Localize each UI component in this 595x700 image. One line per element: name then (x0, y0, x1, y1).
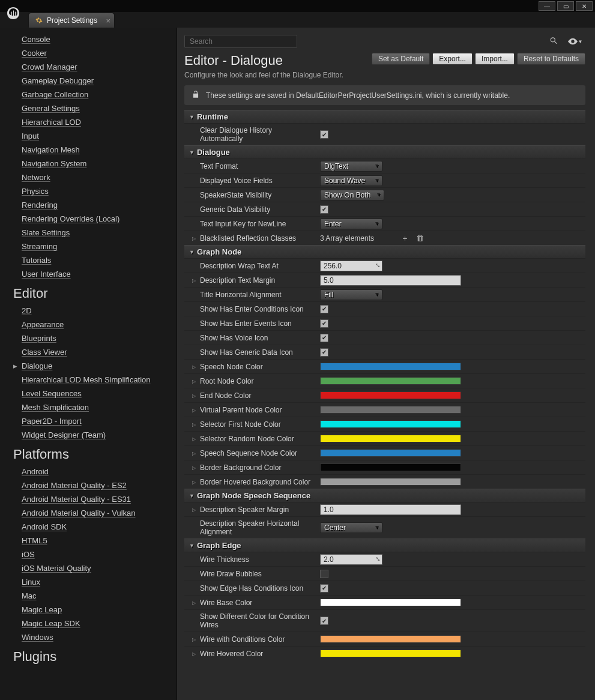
sidebar-item[interactable]: Gameplay Debugger (0, 74, 177, 88)
property-label[interactable]: End Node Color (184, 389, 316, 402)
property-label[interactable]: Blacklisted Reflection Classes (184, 232, 316, 245)
sidebar-item[interactable]: Windows (0, 630, 177, 644)
text-input[interactable] (320, 504, 461, 515)
numeric-input[interactable] (320, 554, 382, 565)
sidebar-item[interactable]: Android (0, 465, 177, 478)
dropdown[interactable]: Sound Wave (320, 175, 382, 186)
sidebar-item[interactable]: Android Material Quality - ES2 (0, 478, 177, 492)
sidebar-item[interactable]: Crowd Manager (0, 60, 177, 74)
visibility-options-button[interactable]: ▼ (565, 35, 585, 47)
sidebar-item[interactable]: Rendering Overrides (Local) (0, 212, 177, 226)
property-label[interactable]: Selector First Node Color (184, 418, 316, 431)
section-header[interactable]: ▼Dialogue (184, 145, 585, 158)
checkbox[interactable] (320, 617, 328, 625)
color-swatch[interactable] (320, 406, 461, 414)
text-input[interactable] (320, 275, 461, 286)
sidebar-item[interactable]: Hierarchical LOD (0, 115, 177, 129)
sidebar-item[interactable]: Mesh Simplification (0, 400, 177, 414)
search-input[interactable] (184, 35, 297, 48)
sidebar-item[interactable]: Level Sequences (0, 387, 177, 400)
color-swatch[interactable] (320, 377, 461, 385)
sidebar-item[interactable]: Android Material Quality - Vulkan (0, 506, 177, 520)
property-label[interactable]: Border Hovered Background Color (184, 475, 316, 489)
sidebar-item[interactable]: HTML5 (0, 534, 177, 548)
section-header[interactable]: ▼Graph Node (184, 245, 585, 258)
sidebar-item[interactable]: Console (0, 32, 177, 46)
sidebar-item[interactable]: Streaming (0, 240, 177, 253)
numeric-input[interactable] (320, 261, 382, 271)
property-label[interactable]: Root Node Color (184, 375, 316, 388)
dropdown[interactable]: DlgText (320, 161, 382, 172)
sidebar-item[interactable]: Garbage Collection (0, 88, 177, 101)
dropdown[interactable]: Enter (320, 219, 382, 229)
sidebar-item[interactable]: Android SDK (0, 520, 177, 534)
checkbox[interactable] (320, 334, 328, 342)
color-swatch[interactable] (320, 391, 461, 399)
sidebar-item[interactable]: Appearance (0, 318, 177, 331)
delete-element-icon[interactable]: 🗑 (414, 234, 426, 243)
sidebar-item[interactable]: Paper2D - Import (0, 414, 177, 428)
sidebar-item[interactable]: Magic Leap (0, 603, 177, 617)
color-swatch[interactable] (320, 449, 461, 457)
color-swatch[interactable] (320, 435, 461, 442)
property-label[interactable]: Wire with Conditions Color (184, 633, 316, 646)
sidebar-item[interactable]: Network (0, 170, 177, 184)
property-label[interactable]: Border Background Color (184, 461, 316, 474)
sidebar-item[interactable]: Android Material Quality - ES31 (0, 492, 177, 506)
dropdown[interactable]: Fill (320, 289, 382, 300)
sidebar-item[interactable]: Navigation Mesh (0, 143, 177, 157)
color-swatch[interactable] (320, 635, 461, 643)
dropdown[interactable]: Show On Both (320, 190, 384, 201)
tab-project-settings[interactable]: Project Settings × (29, 13, 114, 28)
sidebar-item[interactable]: Tutorials (0, 253, 177, 267)
color-swatch[interactable] (320, 420, 461, 428)
property-label[interactable]: Speech Sequence Node Color (184, 447, 316, 460)
sidebar-item[interactable]: Magic Leap SDK (0, 617, 177, 630)
sidebar-item[interactable]: 2D (0, 304, 177, 318)
sidebar-item[interactable]: Class Viewer (0, 345, 177, 359)
sidebar-item[interactable]: Linux (0, 575, 177, 589)
set-default-button[interactable]: Set as Default (372, 53, 430, 65)
property-label[interactable]: Wire Hovered Color (184, 647, 316, 660)
section-header[interactable]: ▼Graph Edge (184, 539, 585, 552)
sidebar-item[interactable]: iOS (0, 548, 177, 561)
property-label[interactable]: Wire Base Color (184, 596, 316, 609)
minimize-button[interactable]: — (539, 1, 555, 11)
property-label[interactable]: Selector Random Node Color (184, 432, 316, 445)
sidebar-item[interactable]: Blueprints (0, 331, 177, 345)
sidebar-item[interactable]: Input (0, 129, 177, 143)
dropdown[interactable]: Center (320, 522, 382, 533)
checkbox[interactable] (320, 305, 328, 313)
close-tab-icon[interactable]: × (106, 16, 110, 25)
close-window-button[interactable]: ✕ (576, 1, 593, 11)
property-label[interactable]: Virtual Parent Node Color (184, 403, 316, 417)
property-label[interactable]: Description Text Margin (184, 274, 316, 287)
sidebar-item[interactable]: Mac (0, 589, 177, 603)
color-swatch[interactable] (320, 463, 461, 471)
sidebar-item[interactable]: Dialogue (0, 359, 177, 373)
property-label[interactable]: Description Speaker Margin (184, 503, 316, 516)
color-swatch[interactable] (320, 650, 461, 657)
sidebar-item[interactable]: General Settings (0, 101, 177, 115)
sidebar-item[interactable]: Navigation System (0, 157, 177, 170)
property-label[interactable]: Speech Node Color (184, 360, 316, 373)
settings-sidebar[interactable]: ConsoleCookerCrowd ManagerGameplay Debug… (0, 28, 177, 700)
sidebar-item[interactable]: Physics (0, 184, 177, 198)
sidebar-item[interactable]: Slate Settings (0, 226, 177, 240)
color-swatch[interactable] (320, 478, 461, 486)
checkbox[interactable] (320, 319, 328, 328)
import-button[interactable]: Import... (475, 53, 515, 65)
checkbox[interactable] (320, 570, 328, 578)
checkbox[interactable] (320, 130, 328, 139)
reset-defaults-button[interactable]: Reset to Defaults (517, 53, 585, 65)
checkbox[interactable] (320, 205, 328, 214)
add-element-icon[interactable]: ＋ (399, 233, 411, 244)
sidebar-item[interactable]: Hierarchical LOD Mesh Simplification (0, 373, 177, 387)
color-swatch[interactable] (320, 599, 461, 606)
sidebar-item[interactable]: Cooker (0, 46, 177, 60)
sidebar-item[interactable]: iOS Material Quality (0, 561, 177, 575)
settings-content[interactable]: ▼ Editor - Dialogue Set as Default Expor… (177, 28, 595, 700)
section-header[interactable]: ▼Runtime (184, 110, 585, 123)
checkbox[interactable] (320, 584, 328, 593)
sidebar-item[interactable]: Widget Designer (Team) (0, 428, 177, 442)
